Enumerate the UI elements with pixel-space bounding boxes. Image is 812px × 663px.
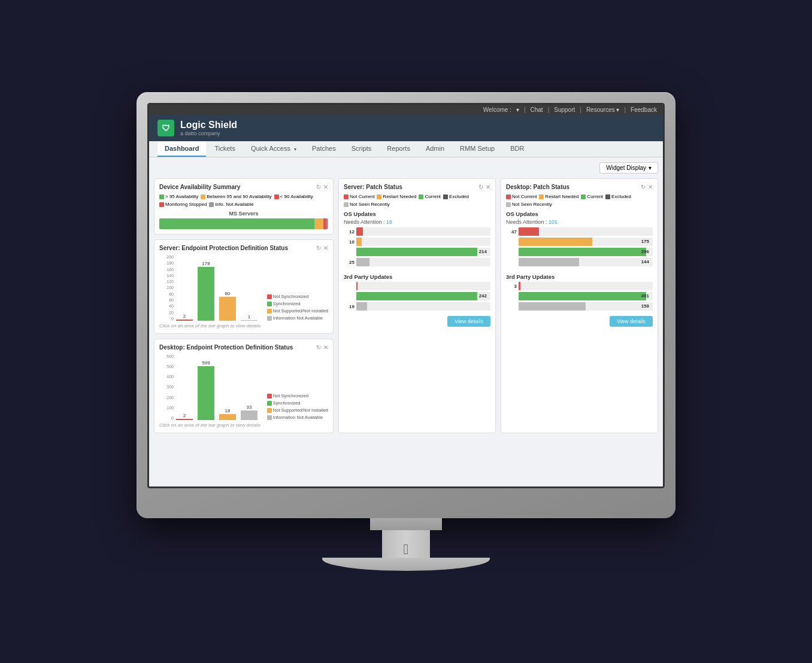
left-column: Device Availability Summary ↻ ✕ > 95 Ava… xyxy=(154,178,334,433)
hbar-row: 3 xyxy=(506,282,653,290)
tab-quick-access[interactable]: Quick Access ▾ xyxy=(244,141,304,157)
widget-title: Device Availability Summary xyxy=(159,184,240,190)
monitor-bezel: Welcome : ▾ | Chat | Support | Resources… xyxy=(137,92,675,518)
third-party-title: 3rd Party Updates xyxy=(506,273,653,280)
bars-container: 2 178 80 xyxy=(176,255,260,321)
os-bars: 12 10 xyxy=(344,227,490,266)
tab-admin[interactable]: Admin xyxy=(419,141,452,157)
widget-title: Desktop: Endpoint Protection Definition … xyxy=(159,344,293,351)
stand-top xyxy=(370,518,442,530)
third-party-bars: 242 19 xyxy=(344,282,490,311)
tab-reports[interactable]: Reports xyxy=(380,141,417,157)
widget-actions: ↻ ✕ xyxy=(478,184,490,190)
legend-color xyxy=(159,202,164,207)
patch-legend: Not Current Restart Needed Current xyxy=(506,194,653,207)
content-area: Widget Display ▾ Device Availability Sum… xyxy=(149,157,663,486)
legend-color xyxy=(209,202,214,207)
chart-bar-2[interactable]: 178 xyxy=(198,261,214,321)
chart-bar-4[interactable]: 1 xyxy=(241,314,257,321)
refresh-icon[interactable]: ↻ xyxy=(478,184,483,190)
monitor: Welcome : ▾ | Chat | Support | Resources… xyxy=(137,92,675,571)
tab-bdr[interactable]: BDR xyxy=(503,141,531,157)
tab-rmm-setup[interactable]: RMM Setup xyxy=(453,141,502,157)
refresh-icon[interactable]: ↻ xyxy=(316,344,321,351)
refresh-icon[interactable]: ↻ xyxy=(316,184,321,190)
needs-attention: Needs Attention : 16 xyxy=(344,219,490,225)
hbar-row: 47 xyxy=(506,227,653,236)
legend-item: Between 95 and 90 Availability xyxy=(201,194,271,199)
os-updates-title: OS Updates xyxy=(344,211,490,217)
support-link[interactable]: Support xyxy=(554,107,575,113)
device-availability-widget: Device Availability Summary ↻ ✕ > 95 Ava… xyxy=(154,178,334,235)
legend-color xyxy=(159,194,164,199)
ms-servers-section: MS Servers xyxy=(159,211,328,229)
legend-item: > 95 Availability xyxy=(159,194,198,199)
close-icon[interactable]: ✕ xyxy=(323,245,328,251)
refresh-icon[interactable]: ↻ xyxy=(316,245,321,251)
tab-patches[interactable]: Patches xyxy=(305,141,343,157)
chart-bar-4[interactable]: 33 xyxy=(241,405,257,420)
close-icon[interactable]: ✕ xyxy=(323,344,328,351)
feedback-link[interactable]: Feedback xyxy=(631,107,657,113)
click-note: Click on an area of the bar graph to vie… xyxy=(159,323,328,329)
needs-attention-link[interactable]: 16 xyxy=(386,219,392,225)
server-patch-widget: Server: Patch Status ↻ ✕ Not Current xyxy=(338,178,496,433)
desktop-endpoint-widget: Desktop: Endpoint Protection Definition … xyxy=(154,339,334,433)
dashboard-grid: Device Availability Summary ↻ ✕ > 95 Ava… xyxy=(154,178,658,433)
hbar-row: 242 xyxy=(344,292,490,300)
chart-bar-3[interactable]: 18 xyxy=(219,408,236,420)
legend-color xyxy=(274,194,279,199)
availability-bar xyxy=(159,218,328,229)
legend-item: Monitoring Stopped xyxy=(159,202,207,207)
widget-header: Desktop: Patch Status ↻ ✕ xyxy=(506,184,653,190)
hbar-row: 12 xyxy=(344,227,490,236)
chat-link[interactable]: Chat xyxy=(531,107,543,113)
close-icon[interactable]: ✕ xyxy=(323,184,328,190)
widget-title: Desktop: Patch Status xyxy=(506,184,569,190)
stand-base xyxy=(322,558,490,571)
close-icon[interactable]: ✕ xyxy=(648,184,653,190)
widget-display-button[interactable]: Widget Display ▾ xyxy=(599,162,658,174)
needs-attention-link[interactable]: 101 xyxy=(549,219,558,225)
top-bar: Welcome : ▾ | Chat | Support | Resources… xyxy=(149,105,663,115)
brand-name: Logic Shield xyxy=(180,120,237,130)
widget-header: Device Availability Summary ↻ ✕ xyxy=(159,184,328,190)
third-party-title: 3rd Party Updates xyxy=(344,273,490,280)
server-endpoint-widget: Server: Endpoint Protection Definition S… xyxy=(154,239,334,334)
chart-legend: Not Synchronized Synchronized Not Suppor… xyxy=(267,294,328,321)
chart-bar-2[interactable]: 599 xyxy=(198,360,214,420)
os-updates-title: OS Updates xyxy=(506,211,653,217)
hbar-row: 175 xyxy=(506,238,653,246)
hbar-row: 10 xyxy=(344,238,490,246)
monitor-screen: Welcome : ▾ | Chat | Support | Resources… xyxy=(147,103,665,488)
view-details-button[interactable]: View details xyxy=(610,316,653,327)
header: 🛡 Logic Shield a datto company xyxy=(149,115,663,141)
ms-servers-label: MS Servers xyxy=(159,211,328,217)
tab-scripts[interactable]: Scripts xyxy=(344,141,379,157)
widget-display-bar: Widget Display ▾ xyxy=(154,162,658,174)
tab-dashboard[interactable]: Dashboard xyxy=(157,141,206,157)
user-dropdown[interactable]: ▾ xyxy=(516,107,519,113)
desktop-patch-widget: Desktop: Patch Status ↻ ✕ Not Current xyxy=(501,178,658,433)
legend-item: Info. Not Available xyxy=(209,202,253,207)
refresh-icon[interactable]: ↻ xyxy=(641,184,646,190)
brand-block: Logic Shield a datto company xyxy=(180,120,237,136)
legend-color xyxy=(201,194,205,199)
hbar-row: 491 xyxy=(506,292,653,300)
y-axis: 600 500 400 300 200 100 0 xyxy=(159,354,174,420)
chart-bar-1[interactable]: 2 xyxy=(176,413,193,420)
y-axis: 200 180 160 140 120 100 80 60 40 20 xyxy=(159,255,174,321)
view-details-button[interactable]: View details xyxy=(447,316,490,327)
widget-header: Server: Patch Status ↻ ✕ xyxy=(344,184,490,190)
close-icon[interactable]: ✕ xyxy=(486,184,490,190)
tab-tickets[interactable]: Tickets xyxy=(207,141,242,157)
os-bars: 47 xyxy=(506,227,653,266)
hbar-row: 158 xyxy=(506,302,653,311)
logo-icon: 🛡 xyxy=(157,120,174,136)
third-party-bars: 3 xyxy=(506,282,653,311)
chart-bar-3[interactable]: 80 xyxy=(219,291,236,321)
widget-header: Server: Endpoint Protection Definition S… xyxy=(159,245,328,251)
avail-yellow xyxy=(314,218,323,229)
resources-dropdown[interactable]: Resources ▾ xyxy=(586,107,620,113)
chart-bar-1[interactable]: 2 xyxy=(176,314,193,321)
